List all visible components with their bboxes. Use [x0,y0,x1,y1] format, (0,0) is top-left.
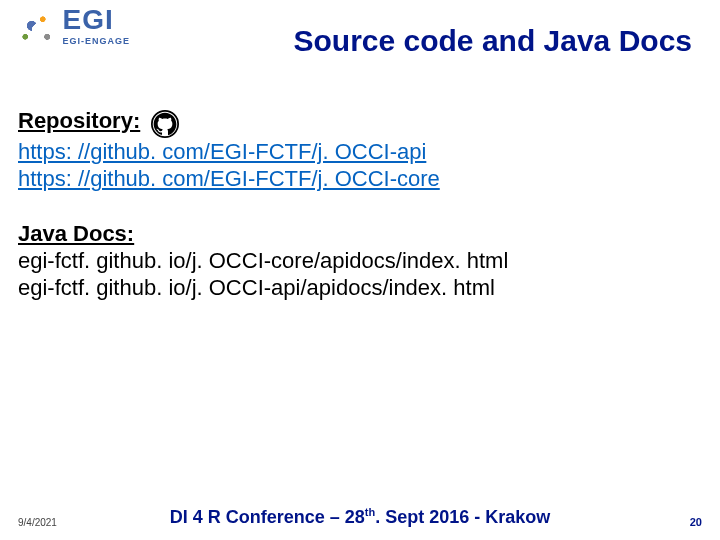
javadocs-heading: Java Docs: [18,221,134,247]
repository-section: Repository: https: //github. com/EGI-FCT… [18,108,702,193]
repo-link-api[interactable]: https: //github. com/EGI-FCTF/j. OCCI-ap… [18,138,702,166]
footer-center-sup: th [365,506,375,518]
logo: EGI EGI-ENGAGE [12,6,130,50]
content: Repository: https: //github. com/EGI-FCT… [18,108,702,302]
javadocs-section: Java Docs: egi-fctf. github. io/j. OCCI-… [18,221,702,302]
footer-center-pre: DI 4 R Conference – 28 [170,507,365,527]
logo-tagline: EGI-ENGAGE [62,36,130,46]
footer-center-post: . Sept 2016 - Krakow [375,507,550,527]
slide: EGI EGI-ENGAGE Source code and Java Docs… [0,0,720,540]
repo-link-core[interactable]: https: //github. com/EGI-FCTF/j. OCCI-co… [18,165,702,193]
repository-heading: Repository: [18,108,140,134]
github-icon [151,110,179,138]
javadocs-line-core: egi-fctf. github. io/j. OCCI-core/apidoc… [18,247,702,275]
javadocs-line-api: egi-fctf. github. io/j. OCCI-api/apidocs… [18,274,702,302]
footer-conference: DI 4 R Conference – 28th. Sept 2016 - Kr… [0,506,720,528]
logo-name: EGI [62,6,130,34]
footer-page-number: 20 [690,516,702,528]
egi-burst-icon [12,6,56,50]
logo-text: EGI EGI-ENGAGE [62,6,130,46]
slide-title: Source code and Java Docs [294,24,693,58]
